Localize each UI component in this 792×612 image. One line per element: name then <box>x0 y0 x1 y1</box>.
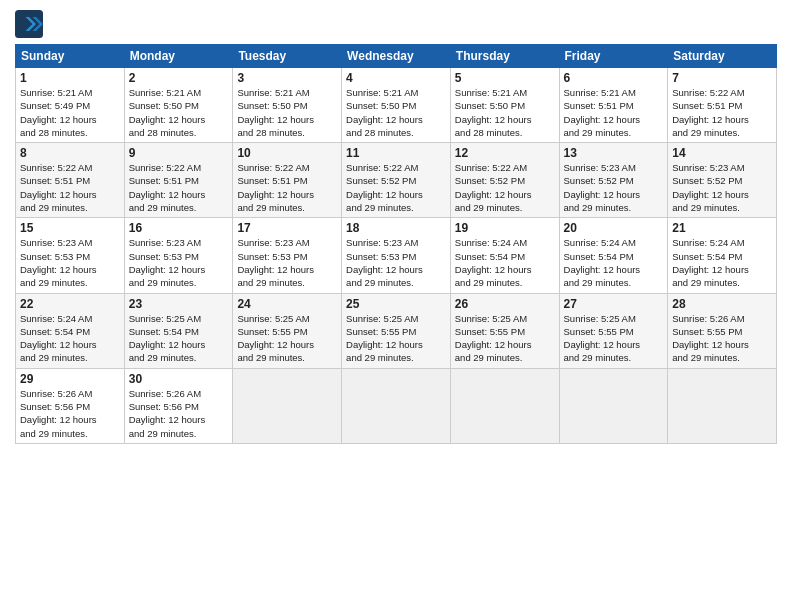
day-number: 21 <box>672 221 772 235</box>
logo-icon <box>15 10 43 38</box>
day-info: Sunrise: 5:21 AM Sunset: 5:51 PM Dayligh… <box>564 86 664 139</box>
day-info: Sunrise: 5:26 AM Sunset: 5:56 PM Dayligh… <box>129 387 229 440</box>
day-number: 29 <box>20 372 120 386</box>
day-number: 13 <box>564 146 664 160</box>
calendar-cell: 26Sunrise: 5:25 AM Sunset: 5:55 PM Dayli… <box>450 293 559 368</box>
day-info: Sunrise: 5:23 AM Sunset: 5:53 PM Dayligh… <box>20 236 120 289</box>
day-number: 8 <box>20 146 120 160</box>
day-number: 3 <box>237 71 337 85</box>
calendar-cell: 25Sunrise: 5:25 AM Sunset: 5:55 PM Dayli… <box>342 293 451 368</box>
day-info: Sunrise: 5:25 AM Sunset: 5:55 PM Dayligh… <box>455 312 555 365</box>
calendar-cell: 24Sunrise: 5:25 AM Sunset: 5:55 PM Dayli… <box>233 293 342 368</box>
day-number: 30 <box>129 372 229 386</box>
day-info: Sunrise: 5:21 AM Sunset: 5:50 PM Dayligh… <box>455 86 555 139</box>
day-number: 5 <box>455 71 555 85</box>
day-number: 2 <box>129 71 229 85</box>
day-number: 12 <box>455 146 555 160</box>
calendar-cell: 9Sunrise: 5:22 AM Sunset: 5:51 PM Daylig… <box>124 143 233 218</box>
calendar-cell: 18Sunrise: 5:23 AM Sunset: 5:53 PM Dayli… <box>342 218 451 293</box>
day-number: 25 <box>346 297 446 311</box>
calendar-cell <box>559 368 668 443</box>
day-info: Sunrise: 5:24 AM Sunset: 5:54 PM Dayligh… <box>20 312 120 365</box>
day-number: 19 <box>455 221 555 235</box>
calendar-cell: 13Sunrise: 5:23 AM Sunset: 5:52 PM Dayli… <box>559 143 668 218</box>
day-number: 28 <box>672 297 772 311</box>
calendar-cell: 20Sunrise: 5:24 AM Sunset: 5:54 PM Dayli… <box>559 218 668 293</box>
calendar-cell: 19Sunrise: 5:24 AM Sunset: 5:54 PM Dayli… <box>450 218 559 293</box>
calendar-cell: 23Sunrise: 5:25 AM Sunset: 5:54 PM Dayli… <box>124 293 233 368</box>
calendar-cell: 14Sunrise: 5:23 AM Sunset: 5:52 PM Dayli… <box>668 143 777 218</box>
day-number: 11 <box>346 146 446 160</box>
logo <box>15 10 47 38</box>
calendar-cell: 7Sunrise: 5:22 AM Sunset: 5:51 PM Daylig… <box>668 68 777 143</box>
day-info: Sunrise: 5:22 AM Sunset: 5:51 PM Dayligh… <box>20 161 120 214</box>
day-number: 17 <box>237 221 337 235</box>
calendar-week-2: 8Sunrise: 5:22 AM Sunset: 5:51 PM Daylig… <box>16 143 777 218</box>
day-number: 9 <box>129 146 229 160</box>
weekday-header-thursday: Thursday <box>450 45 559 68</box>
day-info: Sunrise: 5:25 AM Sunset: 5:55 PM Dayligh… <box>346 312 446 365</box>
day-info: Sunrise: 5:23 AM Sunset: 5:53 PM Dayligh… <box>346 236 446 289</box>
day-number: 26 <box>455 297 555 311</box>
day-number: 18 <box>346 221 446 235</box>
calendar-week-1: 1Sunrise: 5:21 AM Sunset: 5:49 PM Daylig… <box>16 68 777 143</box>
calendar-week-4: 22Sunrise: 5:24 AM Sunset: 5:54 PM Dayli… <box>16 293 777 368</box>
day-info: Sunrise: 5:25 AM Sunset: 5:55 PM Dayligh… <box>237 312 337 365</box>
day-number: 23 <box>129 297 229 311</box>
calendar-cell: 1Sunrise: 5:21 AM Sunset: 5:49 PM Daylig… <box>16 68 125 143</box>
day-info: Sunrise: 5:25 AM Sunset: 5:55 PM Dayligh… <box>564 312 664 365</box>
calendar-page: SundayMondayTuesdayWednesdayThursdayFrid… <box>0 0 792 612</box>
day-number: 1 <box>20 71 120 85</box>
day-number: 14 <box>672 146 772 160</box>
calendar-week-3: 15Sunrise: 5:23 AM Sunset: 5:53 PM Dayli… <box>16 218 777 293</box>
day-info: Sunrise: 5:25 AM Sunset: 5:54 PM Dayligh… <box>129 312 229 365</box>
calendar-cell: 6Sunrise: 5:21 AM Sunset: 5:51 PM Daylig… <box>559 68 668 143</box>
calendar-cell: 22Sunrise: 5:24 AM Sunset: 5:54 PM Dayli… <box>16 293 125 368</box>
day-info: Sunrise: 5:21 AM Sunset: 5:50 PM Dayligh… <box>237 86 337 139</box>
day-info: Sunrise: 5:23 AM Sunset: 5:53 PM Dayligh… <box>237 236 337 289</box>
calendar-cell: 30Sunrise: 5:26 AM Sunset: 5:56 PM Dayli… <box>124 368 233 443</box>
calendar-cell: 17Sunrise: 5:23 AM Sunset: 5:53 PM Dayli… <box>233 218 342 293</box>
calendar-cell <box>668 368 777 443</box>
day-info: Sunrise: 5:24 AM Sunset: 5:54 PM Dayligh… <box>672 236 772 289</box>
calendar-cell: 4Sunrise: 5:21 AM Sunset: 5:50 PM Daylig… <box>342 68 451 143</box>
day-number: 7 <box>672 71 772 85</box>
calendar-cell: 3Sunrise: 5:21 AM Sunset: 5:50 PM Daylig… <box>233 68 342 143</box>
day-info: Sunrise: 5:23 AM Sunset: 5:52 PM Dayligh… <box>564 161 664 214</box>
header <box>15 10 777 38</box>
calendar-cell: 15Sunrise: 5:23 AM Sunset: 5:53 PM Dayli… <box>16 218 125 293</box>
weekday-header-row: SundayMondayTuesdayWednesdayThursdayFrid… <box>16 45 777 68</box>
day-number: 10 <box>237 146 337 160</box>
day-info: Sunrise: 5:22 AM Sunset: 5:51 PM Dayligh… <box>237 161 337 214</box>
day-number: 20 <box>564 221 664 235</box>
calendar-cell: 29Sunrise: 5:26 AM Sunset: 5:56 PM Dayli… <box>16 368 125 443</box>
weekday-header-saturday: Saturday <box>668 45 777 68</box>
day-info: Sunrise: 5:23 AM Sunset: 5:53 PM Dayligh… <box>129 236 229 289</box>
calendar-cell: 12Sunrise: 5:22 AM Sunset: 5:52 PM Dayli… <box>450 143 559 218</box>
day-info: Sunrise: 5:23 AM Sunset: 5:52 PM Dayligh… <box>672 161 772 214</box>
weekday-header-wednesday: Wednesday <box>342 45 451 68</box>
weekday-header-tuesday: Tuesday <box>233 45 342 68</box>
day-info: Sunrise: 5:26 AM Sunset: 5:56 PM Dayligh… <box>20 387 120 440</box>
weekday-header-friday: Friday <box>559 45 668 68</box>
calendar-cell: 10Sunrise: 5:22 AM Sunset: 5:51 PM Dayli… <box>233 143 342 218</box>
calendar-cell: 5Sunrise: 5:21 AM Sunset: 5:50 PM Daylig… <box>450 68 559 143</box>
day-info: Sunrise: 5:22 AM Sunset: 5:52 PM Dayligh… <box>455 161 555 214</box>
weekday-header-monday: Monday <box>124 45 233 68</box>
calendar-cell <box>233 368 342 443</box>
day-info: Sunrise: 5:22 AM Sunset: 5:51 PM Dayligh… <box>129 161 229 214</box>
svg-rect-0 <box>15 10 43 38</box>
calendar-cell: 21Sunrise: 5:24 AM Sunset: 5:54 PM Dayli… <box>668 218 777 293</box>
day-info: Sunrise: 5:24 AM Sunset: 5:54 PM Dayligh… <box>455 236 555 289</box>
calendar-cell: 8Sunrise: 5:22 AM Sunset: 5:51 PM Daylig… <box>16 143 125 218</box>
day-number: 24 <box>237 297 337 311</box>
weekday-header-sunday: Sunday <box>16 45 125 68</box>
day-number: 22 <box>20 297 120 311</box>
day-info: Sunrise: 5:22 AM Sunset: 5:52 PM Dayligh… <box>346 161 446 214</box>
day-number: 6 <box>564 71 664 85</box>
day-number: 27 <box>564 297 664 311</box>
calendar-cell <box>450 368 559 443</box>
day-number: 16 <box>129 221 229 235</box>
day-number: 15 <box>20 221 120 235</box>
calendar-table: SundayMondayTuesdayWednesdayThursdayFrid… <box>15 44 777 444</box>
